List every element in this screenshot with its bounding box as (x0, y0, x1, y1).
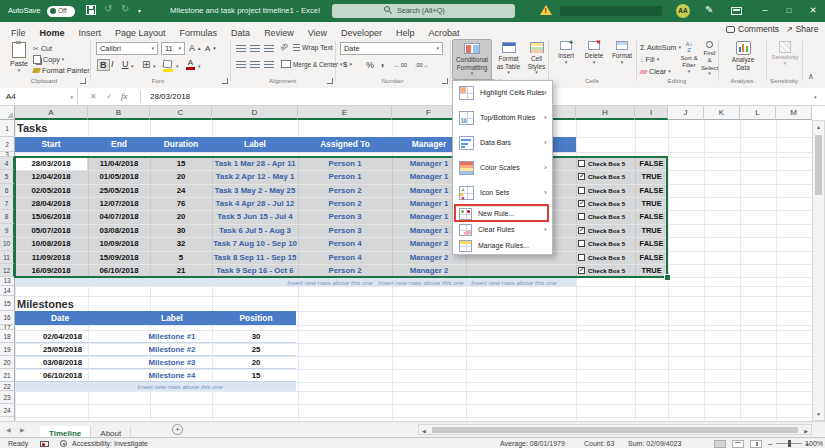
horizontal-scrollbar[interactable]: ◀ ▶ (418, 424, 812, 435)
scroll-up-icon[interactable]: ▲ (816, 124, 821, 130)
macro-record-dot (42, 443, 45, 446)
milestones-header-label: Label (127, 313, 217, 323)
column-header-J[interactable]: J (668, 106, 704, 120)
column-header-K[interactable]: K (704, 106, 740, 120)
row-header-24[interactable]: 24 (0, 404, 15, 417)
status-count: Count: 63 (584, 440, 614, 447)
menu-item-label: Clear Rules (478, 226, 515, 233)
row-header-1[interactable]: 1 (0, 120, 15, 137)
vertical-scroll-thumb[interactable] (815, 135, 822, 195)
row-header-15[interactable]: 15 (0, 296, 15, 311)
menu-item-manage-rules-[interactable]: Manage Rules... (453, 238, 552, 254)
row-header-19[interactable]: 19 (0, 343, 15, 356)
sheet-tab-bar: ◀ ▶ TimelineAbout + ◀ ▶ (0, 421, 825, 437)
icon-row (460, 241, 471, 244)
milestone-cell-label[interactable]: Milestone #3 (122, 356, 222, 369)
milestone-cell-date[interactable]: 06/10/2018 (15, 369, 110, 382)
icon-cell (460, 87, 466, 93)
column-header-C[interactable]: C (150, 106, 212, 120)
page-layout-view-button[interactable] (732, 440, 744, 448)
milestone-cell-label[interactable]: Milestone #4 (122, 369, 222, 382)
menu-item-color-scales[interactable]: Color Scales› (453, 156, 552, 181)
milestone-cell-position[interactable]: 30 (226, 330, 286, 343)
gridline-vertical (776, 120, 777, 421)
milestones-insert-note[interactable]: Insert new rows above this one (110, 383, 250, 390)
menu-item-data-bars[interactable]: Data Bars› (453, 131, 552, 156)
gridline-horizontal (15, 325, 812, 326)
column-header-H[interactable]: H (576, 106, 635, 120)
row-header-22[interactable]: 22 (0, 382, 15, 391)
row-header-20[interactable]: 20 (0, 356, 15, 369)
zoom-out-button[interactable]: − (768, 440, 773, 448)
accessibility-status[interactable]: Accessibility: Investigate (72, 440, 148, 447)
row-header-5[interactable]: 5 (0, 170, 15, 183)
macro-record-icon[interactable] (40, 441, 49, 447)
row-header-8[interactable]: 8 (0, 210, 15, 223)
row-header-9[interactable]: 9 (0, 224, 15, 237)
zoom-level[interactable]: 100% (805, 440, 823, 447)
row-header-16[interactable]: 16 (0, 311, 15, 325)
row-header-6[interactable]: 6 (0, 184, 15, 197)
scroll-right-icon[interactable]: ▶ (804, 428, 808, 434)
normal-view-button[interactable] (714, 440, 726, 448)
milestones-header-date: Date (15, 313, 105, 323)
annotation-red-box (454, 204, 549, 222)
menu-item-clear-rules[interactable]: Clear Rules› (453, 222, 552, 238)
scroll-left-icon[interactable]: ◀ (422, 428, 426, 434)
sheet-nav-left-icon[interactable]: ◀ (6, 426, 11, 433)
row-header-13[interactable]: 13 (0, 277, 15, 286)
selection-fill-handle[interactable] (664, 274, 671, 281)
accessibility-icon (60, 440, 67, 447)
row-header-7[interactable]: 7 (0, 197, 15, 210)
column-header-M[interactable]: M (776, 106, 812, 120)
page-break-view-button[interactable] (750, 440, 762, 448)
milestone-cell-date[interactable]: 02/04/2018 (15, 330, 110, 343)
submenu-chevron-icon: › (544, 163, 547, 172)
select-all-corner[interactable] (0, 106, 15, 120)
gridline-horizontal (15, 296, 812, 297)
milestones-header-position: Position (211, 313, 301, 323)
horizontal-scroll-thumb[interactable] (432, 427, 798, 434)
row-header-23[interactable]: 23 (0, 391, 15, 404)
column-header-I[interactable]: I (635, 106, 668, 120)
new-sheet-button[interactable]: + (172, 424, 183, 435)
selection-border (14, 156, 668, 278)
vertical-scrollbar[interactable]: ▲ ▼ (812, 120, 825, 421)
milestone-cell-position[interactable]: 25 (226, 343, 286, 356)
data-bars-icon (459, 136, 474, 150)
column-header-E[interactable]: E (298, 106, 392, 120)
column-header-D[interactable]: D (212, 106, 298, 120)
milestone-cell-position[interactable]: 20 (226, 356, 286, 369)
status-bar: Ready Accessibility: Investigate Average… (0, 437, 825, 448)
menu-item-label: Data Bars (480, 139, 511, 146)
row-header-4[interactable]: 4 (0, 157, 15, 170)
menu-item-icon-sets[interactable]: ▲▶▼Icon Sets› (453, 181, 552, 206)
sheet-nav-right-icon[interactable]: ▶ (20, 426, 25, 433)
row-header-21[interactable]: 21 (0, 369, 15, 382)
column-header-L[interactable]: L (740, 106, 776, 120)
column-header-A[interactable]: A (15, 106, 88, 120)
milestone-cell-label[interactable]: Milestone #2 (122, 343, 222, 356)
menu-item-highlight-cells-rules[interactable]: Highlight Cells Rules› (453, 81, 552, 106)
icon-grid-line (460, 93, 473, 94)
submenu-chevron-icon: › (544, 88, 547, 97)
milestone-cell-date[interactable]: 03/08/2018 (15, 356, 110, 369)
row-header-10[interactable]: 10 (0, 237, 15, 250)
column-header-B[interactable]: B (88, 106, 150, 120)
gridline-vertical (740, 120, 741, 421)
tasks-header-label: Label (210, 139, 300, 149)
row-header-12[interactable]: 12 (0, 264, 15, 277)
row-header-14[interactable]: 14 (0, 286, 15, 296)
milestone-cell-label[interactable]: Milestone #1 (122, 330, 222, 343)
menu-item-top-bottom-rules[interactable]: 10Top/Bottom Rules› (453, 106, 552, 131)
scroll-down-icon[interactable]: ▼ (816, 411, 821, 417)
icon-eraser (464, 230, 472, 236)
tasks-header-assigned-to: Assigned To (300, 139, 390, 149)
row-header-11[interactable]: 11 (0, 251, 15, 264)
zoom-slider[interactable] (776, 443, 802, 444)
row-header-18[interactable]: 18 (0, 330, 15, 343)
submenu-chevron-icon: › (544, 113, 547, 122)
milestone-cell-position[interactable]: 15 (226, 369, 286, 382)
tasks-insert-note[interactable]: Insert new rows above this one (449, 279, 579, 286)
milestone-cell-date[interactable]: 25/05/2018 (15, 343, 110, 356)
